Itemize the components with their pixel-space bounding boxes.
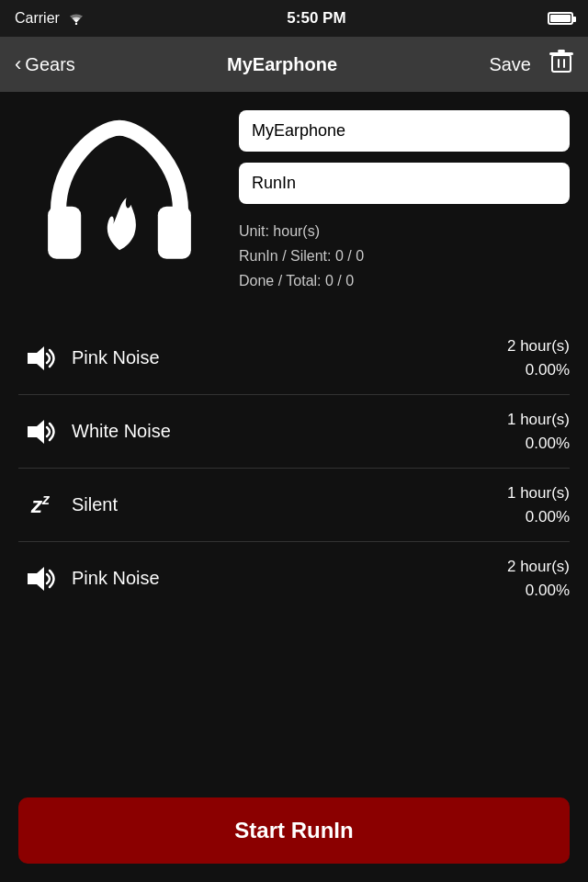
nav-actions: Save <box>489 49 573 80</box>
info-text: Unit: hour(s) RunIn / Silent: 0 / 0 Done… <box>239 219 570 294</box>
track-item[interactable]: Pink Noise 2 hour(s) 0.00% <box>18 322 570 395</box>
status-bar: Carrier 5:50 PM <box>0 0 588 37</box>
nav-title: MyEarphone <box>227 54 337 75</box>
svg-marker-8 <box>28 346 44 370</box>
track-item[interactable]: White Noise 1 hour(s) 0.00% <box>18 395 570 469</box>
runin-silent-info: RunIn / Silent: 0 / 0 <box>239 243 570 268</box>
speaker-icon <box>24 345 57 372</box>
fields-section: Unit: hour(s) RunIn / Silent: 0 / 0 Done… <box>239 110 570 294</box>
trash-icon <box>549 49 573 74</box>
status-left: Carrier <box>15 10 85 27</box>
track-duration-1: 1 hour(s) <box>507 408 570 432</box>
track-stats-0: 2 hour(s) 0.00% <box>507 334 570 381</box>
top-section: Unit: hour(s) RunIn / Silent: 0 / 0 Done… <box>18 110 570 294</box>
svg-rect-7 <box>158 207 191 259</box>
track-percent-3: 0.00% <box>507 579 570 603</box>
track-list: Pink Noise 2 hour(s) 0.00% White Noise 1… <box>18 322 570 783</box>
svg-rect-4 <box>549 52 573 55</box>
track-icon-3 <box>18 565 62 593</box>
track-percent-0: 0.00% <box>507 358 570 382</box>
svg-marker-9 <box>28 420 44 444</box>
track-duration-2: 1 hour(s) <box>507 481 570 505</box>
done-total-info: Done / Total: 0 / 0 <box>239 268 570 293</box>
battery-icon <box>548 12 573 25</box>
track-item[interactable]: zz Silent 1 hour(s) 0.00% <box>18 469 570 542</box>
track-stats-3: 2 hour(s) 0.00% <box>507 555 570 602</box>
track-percent-2: 0.00% <box>507 505 570 529</box>
delete-button[interactable] <box>549 49 573 80</box>
track-name-0: Pink Noise <box>72 347 507 368</box>
back-button[interactable]: ‹ Gears <box>15 54 75 75</box>
svg-rect-1 <box>552 55 571 72</box>
svg-rect-3 <box>563 59 565 68</box>
back-arrow-icon: ‹ <box>15 54 21 74</box>
svg-rect-6 <box>48 207 81 259</box>
track-name-3: Pink Noise <box>72 568 507 589</box>
wifi-icon <box>67 12 85 25</box>
track-icon-0 <box>18 345 62 372</box>
track-percent-1: 0.00% <box>507 432 570 456</box>
headphone-container <box>18 110 220 294</box>
runin-name-input[interactable] <box>239 163 570 204</box>
headphone-icon <box>32 115 207 289</box>
nav-bar: ‹ Gears MyEarphone Save <box>0 37 588 92</box>
speaker-icon <box>24 418 57 446</box>
track-duration-3: 2 hour(s) <box>507 555 570 579</box>
start-runin-button[interactable]: Start RunIn <box>18 797 570 864</box>
main-content: Unit: hour(s) RunIn / Silent: 0 / 0 Done… <box>0 92 588 882</box>
track-icon-1 <box>18 418 62 446</box>
status-time: 5:50 PM <box>287 9 345 28</box>
svg-rect-2 <box>558 59 560 68</box>
svg-point-0 <box>75 23 77 25</box>
track-name-2: Silent <box>72 494 507 515</box>
track-name-1: White Noise <box>72 421 507 442</box>
carrier-label: Carrier <box>15 10 60 27</box>
device-name-input[interactable] <box>239 110 570 152</box>
track-item[interactable]: Pink Noise 2 hour(s) 0.00% <box>18 542 570 615</box>
track-stats-2: 1 hour(s) 0.00% <box>507 481 570 528</box>
svg-rect-5 <box>558 50 565 52</box>
track-stats-1: 1 hour(s) 0.00% <box>507 408 570 455</box>
back-label: Gears <box>25 54 74 75</box>
svg-marker-10 <box>28 567 44 591</box>
unit-info: Unit: hour(s) <box>239 219 570 243</box>
track-icon-2: zz <box>18 492 62 518</box>
track-duration-0: 2 hour(s) <box>507 334 570 358</box>
zzz-icon: zz <box>31 492 50 518</box>
save-button[interactable]: Save <box>489 54 531 75</box>
battery <box>548 12 573 25</box>
speaker-icon <box>24 565 57 593</box>
